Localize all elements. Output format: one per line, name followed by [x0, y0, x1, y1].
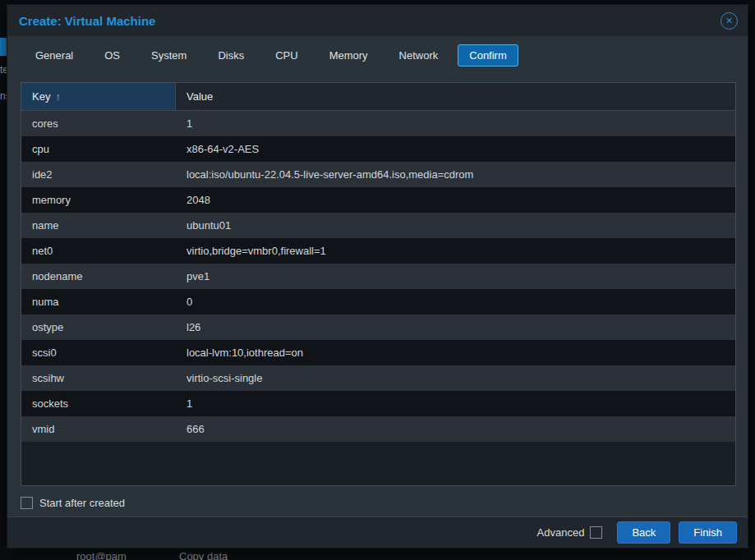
background-fragment-root-pam: root@pam	[76, 550, 127, 560]
row-key: numa	[21, 296, 176, 308]
tab-bar: GeneralOSSystemDisksCPUMemoryNetworkConf…	[7, 36, 748, 74]
row-key: nodename	[21, 270, 176, 282]
advanced-label: Advanced	[537, 526, 585, 539]
table-row[interactable]: numa 0	[21, 289, 735, 314]
dialog-title: Create: Virtual Machine	[19, 14, 155, 28]
row-value: pve1	[176, 270, 735, 282]
close-button[interactable]: ✕	[720, 12, 738, 30]
tab-disks[interactable]: Disks	[206, 44, 256, 67]
confirm-panel: Key ↑ Value cores 1 cpu x86-64-v2-AES id…	[7, 74, 748, 516]
confirm-table: Key ↑ Value cores 1 cpu x86-64-v2-AES id…	[21, 82, 736, 486]
row-key: name	[21, 219, 176, 232]
tab-system[interactable]: System	[140, 44, 198, 67]
table-header: Key ↑ Value	[21, 83, 735, 111]
table-row[interactable]: nodename pve1	[21, 264, 735, 289]
row-value: virtio-scsi-single	[176, 372, 735, 384]
table-row[interactable]: net0 virtio,bridge=vmbr0,firewall=1	[21, 238, 735, 264]
create-vm-dialog: Create: Virtual Machine ✕ GeneralOSSyste…	[7, 4, 748, 549]
row-value: local:iso/ubuntu-22.04.5-live-server-amd…	[176, 168, 735, 181]
column-header-key[interactable]: Key ↑	[21, 83, 176, 110]
table-row[interactable]: scsi0 local-lvm:10,iothread=on	[21, 340, 735, 365]
table-row[interactable]: ostype l26	[21, 314, 735, 340]
row-value: x86-64-v2-AES	[176, 143, 735, 155]
row-key: vmid	[21, 423, 176, 435]
tab-confirm[interactable]: Confirm	[458, 44, 518, 67]
row-value: 666	[176, 423, 735, 435]
dialog-titlebar: Create: Virtual Machine ✕	[7, 5, 748, 36]
row-value: 1	[176, 397, 735, 410]
tab-network[interactable]: Network	[388, 44, 450, 67]
table-row[interactable]: ide2 local:iso/ubuntu-22.04.5-live-serve…	[21, 162, 735, 187]
table-row[interactable]: scsihw virtio-scsi-single	[21, 365, 735, 391]
row-key: sockets	[21, 397, 176, 410]
row-value: virtio,bridge=vmbr0,firewall=1	[176, 245, 735, 257]
sort-ascending-icon: ↑	[55, 90, 61, 103]
row-key: scsihw	[21, 372, 176, 384]
background-highlight-sliver	[0, 38, 7, 56]
tab-os[interactable]: OS	[93, 44, 131, 67]
start-after-created-row: Start after created	[21, 497, 736, 509]
row-key: scsi0	[21, 347, 176, 359]
tab-memory[interactable]: Memory	[318, 44, 380, 67]
table-row[interactable]: sockets 1	[21, 391, 735, 416]
row-value: l26	[176, 321, 735, 333]
start-after-created-checkbox[interactable]	[21, 497, 33, 509]
row-key: memory	[21, 194, 176, 206]
row-value: 1	[176, 117, 735, 130]
row-key: ostype	[21, 321, 176, 333]
table-row[interactable]: cpu x86-64-v2-AES	[21, 136, 735, 162]
advanced-checkbox[interactable]	[590, 526, 602, 539]
column-header-value-label: Value	[186, 90, 213, 103]
row-value: 2048	[176, 194, 735, 206]
row-value: ubuntu01	[176, 219, 735, 232]
row-value: local-lvm:10,iothread=on	[176, 347, 735, 359]
table-row[interactable]: name ubuntu01	[21, 213, 735, 238]
table-row[interactable]: memory 2048	[21, 187, 735, 213]
footer-toolbar: Advanced Back Finish	[7, 516, 748, 548]
column-header-key-label: Key	[32, 90, 50, 103]
background-fragment-copy-data: Copy data	[179, 550, 228, 560]
tab-general[interactable]: General	[24, 44, 85, 67]
back-button[interactable]: Back	[617, 521, 670, 544]
row-value: 0	[176, 296, 735, 308]
table-row[interactable]: vmid 666	[21, 416, 735, 442]
row-key: cpu	[21, 143, 176, 155]
advanced-group: Advanced	[537, 526, 603, 539]
start-after-created-label: Start after created	[39, 497, 125, 509]
row-key: cores	[21, 117, 176, 130]
tab-cpu[interactable]: CPU	[264, 44, 309, 67]
row-key: ide2	[21, 168, 176, 181]
table-body: cores 1 cpu x86-64-v2-AES ide2 local:iso…	[21, 111, 735, 485]
table-row[interactable]: cores 1	[21, 111, 735, 136]
column-header-value[interactable]: Value	[176, 83, 735, 110]
finish-button[interactable]: Finish	[679, 521, 737, 544]
close-icon: ✕	[725, 16, 733, 25]
row-key: net0	[21, 245, 176, 257]
